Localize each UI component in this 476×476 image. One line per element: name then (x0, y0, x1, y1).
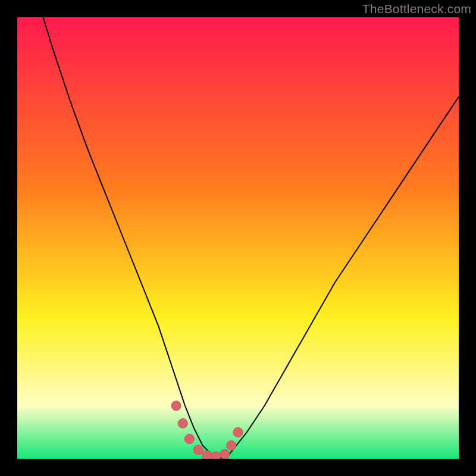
curve-marker (220, 450, 230, 459)
chart-frame: TheBottleneck.com (0, 0, 476, 476)
watermark-text: TheBottleneck.com (362, 2, 471, 16)
chart-svg (17, 17, 459, 459)
gradient-background (17, 17, 459, 459)
curve-marker (171, 401, 181, 411)
curve-marker (233, 428, 243, 437)
curve-marker (202, 450, 212, 459)
curve-marker (178, 419, 187, 428)
curve-marker (184, 434, 194, 444)
plot-area (17, 17, 459, 459)
curve-marker (193, 445, 203, 455)
curve-marker (211, 452, 221, 459)
curve-marker (227, 441, 236, 450)
